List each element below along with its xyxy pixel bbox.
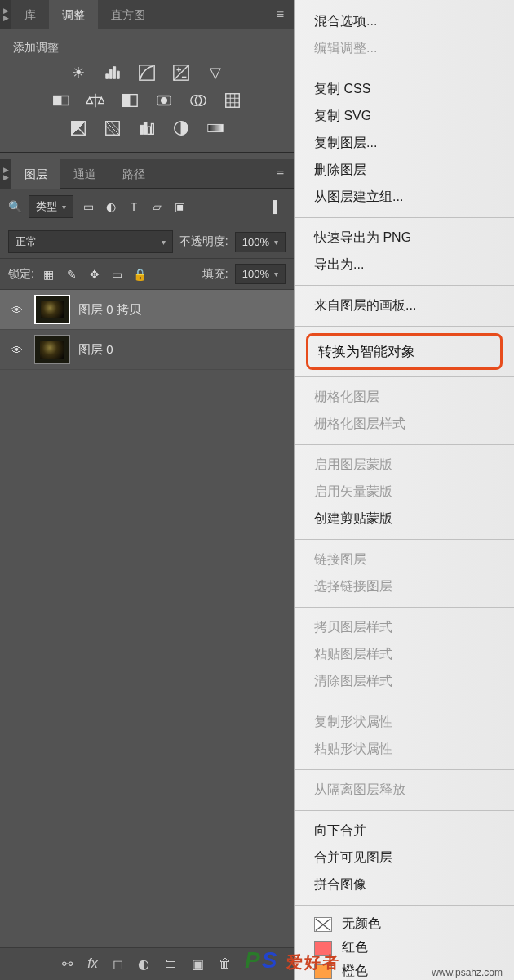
svg-rect-5 [122,95,130,107]
invert-icon[interactable] [68,119,89,137]
menu-item[interactable]: 复制图层... [295,130,514,157]
layer-thumbnail[interactable] [34,335,70,364]
lock-move-icon[interactable]: ✥ [86,267,103,282]
color-label-item[interactable]: 无颜色 [295,912,514,936]
menu-item: 清除图层样式 [295,668,514,695]
channel-mixer-icon[interactable] [188,91,209,109]
gradient-map-icon[interactable] [205,119,226,137]
fill-select[interactable]: 100%▾ [235,264,286,284]
menu-item: 粘贴图层样式 [295,641,514,668]
tab-channels[interactable]: 通道 [60,159,109,189]
lut-icon[interactable] [222,91,243,109]
smart-filter-icon[interactable]: ▣ [171,199,188,214]
menu-separator [295,810,514,811]
threshold-icon[interactable] [136,119,157,137]
tab-paths[interactable]: 路径 [109,159,158,189]
filter-type-select[interactable]: 类型▾ [29,195,73,218]
visibility-toggle-icon[interactable]: 👁 [7,343,26,357]
levels-icon[interactable] [102,64,123,82]
menu-item[interactable]: 从图层建立组... [295,184,514,211]
panel-collapse-handle[interactable]: ▶▶ [0,0,11,29]
vibrance-icon[interactable]: ▽ [205,64,226,82]
filter-toggle-icon[interactable]: ▌ [269,199,286,214]
adjustments-panel-menu-icon[interactable]: ≡ [267,7,294,22]
color-swatch [314,964,332,979]
svg-rect-18 [208,124,223,131]
posterize-icon[interactable] [102,119,123,137]
opacity-select[interactable]: 100%▾ [235,232,286,252]
menu-item[interactable]: 向下合并 [295,817,514,844]
menu-item: 栅格化图层 [295,384,514,411]
menu-item: 链接图层 [295,546,514,573]
trash-icon[interactable]: 🗑 [219,956,232,972]
layer-context-menu: 混合选项...编辑调整...复制 CSS复制 SVG复制图层...删除图层从图层… [294,0,514,980]
menu-item[interactable]: 来自图层的画板... [295,292,514,319]
link-icon[interactable]: ⚯ [62,956,73,972]
menu-item: 粘贴形状属性 [295,736,514,763]
layer-item[interactable]: 👁 图层 0 [0,330,294,370]
balance-icon[interactable] [85,91,106,109]
adjustment-filter-icon[interactable]: ◐ [103,199,119,214]
layers-bottom-bar: ⚯ fx ◻ ◐ 🗀 ▣ 🗑 [0,947,294,980]
menu-item[interactable]: 合并可见图层 [295,844,514,871]
lock-artboard-icon[interactable]: ▭ [109,267,126,282]
menu-item[interactable]: 创建剪贴蒙版 [295,506,514,532]
svg-rect-10 [226,94,240,108]
tab-layers[interactable]: 图层 [11,159,60,189]
adjustments-panel-header: ▶▶ 库 调整 直方图 ≡ [0,0,294,29]
menu-item: 选择链接图层 [295,573,514,600]
menu-separator [295,702,514,702]
menu-item[interactable]: 删除图层 [295,157,514,184]
visibility-toggle-icon[interactable]: 👁 [7,303,26,317]
shape-filter-icon[interactable]: ▱ [148,199,165,214]
layer-name-label[interactable]: 图层 0 [78,342,113,358]
layer-item[interactable]: 👁 图层 0 拷贝 [0,290,294,330]
menu-item-convert-smart-object[interactable]: 转换为智能对象 [306,333,503,370]
menu-item[interactable]: 导出为... [295,252,514,278]
lock-pixels-icon[interactable]: ▦ [41,267,57,282]
menu-item[interactable]: 复制 CSS [295,76,514,103]
color-label-text: 无颜色 [342,915,381,933]
tab-adjustments[interactable]: 调整 [49,0,98,29]
watermark-url: www.psahz.com [432,967,503,978]
menu-item[interactable]: 拼合图像 [295,871,514,898]
layer-name-label[interactable]: 图层 0 拷贝 [78,302,141,318]
bw-icon[interactable] [119,91,140,109]
svg-rect-3 [54,96,61,105]
menu-item: 拷贝图层样式 [295,614,514,641]
exposure-icon[interactable] [171,64,192,82]
layer-filter-row: 🔍 类型▾ ▭ ◐ T ▱ ▣ ▌ [0,189,294,225]
hue-icon[interactable] [51,91,72,109]
menu-item[interactable]: 复制 SVG [295,103,514,130]
layers-panel-menu-icon[interactable]: ≡ [267,167,294,181]
selective-icon[interactable] [171,119,192,137]
lock-label: 锁定: [8,267,34,282]
adjustment-layer-icon[interactable]: ◐ [138,956,149,972]
menu-item[interactable]: 快速导出为 PNG [295,225,514,252]
tab-library[interactable]: 库 [11,0,49,29]
color-label-item[interactable]: 红色 [295,936,514,960]
brightness-icon[interactable]: ☀ [68,64,89,82]
menu-item[interactable]: 混合选项... [295,8,514,35]
blend-mode-select[interactable]: 正常▾ [8,230,173,253]
photo-filter-icon[interactable] [153,91,175,109]
panel-collapse-handle-2[interactable]: ▶▶ [0,159,11,189]
group-icon[interactable]: 🗀 [164,956,177,972]
image-filter-icon[interactable]: ▭ [80,199,96,214]
menu-separator [295,376,514,377]
menu-separator [295,905,514,906]
tab-histogram[interactable]: 直方图 [98,0,158,29]
type-filter-icon[interactable]: T [126,199,142,214]
svg-rect-16 [152,124,154,135]
new-layer-icon[interactable]: ▣ [192,956,204,972]
fx-icon[interactable]: fx [87,956,97,972]
add-adjustment-label: 添加调整 [13,41,281,56]
lock-all-icon[interactable]: 🔒 [132,267,148,282]
menu-separator [295,539,514,540]
lock-brush-icon[interactable]: ✎ [64,267,80,282]
menu-item: 栅格化图层样式 [295,411,514,438]
layer-thumbnail[interactable] [34,295,70,324]
curves-icon[interactable] [136,64,157,82]
mask-icon[interactable]: ◻ [113,956,123,972]
menu-item: 复制形状属性 [295,709,514,736]
